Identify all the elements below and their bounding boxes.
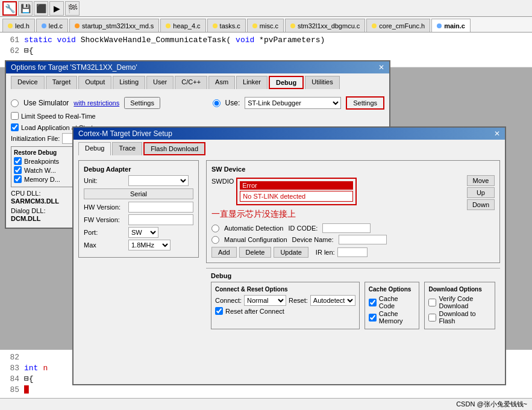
tab-heap[interactable]: heap_4.c	[160, 19, 205, 32]
hw-version-input[interactable]	[128, 202, 193, 213]
ir-len-input[interactable]	[337, 247, 368, 257]
toolbar-btn-4[interactable]: ▶	[49, 1, 64, 16]
tab-main[interactable]: main.c	[431, 19, 471, 32]
tab-misc[interactable]: misc.c	[247, 19, 284, 32]
opt-tab-target[interactable]: Target	[46, 76, 78, 89]
status-bar: CSDN @张小兔爱钱钱~	[0, 398, 532, 410]
manual-config-radio[interactable]	[211, 236, 219, 244]
line-62-num: 62	[5, 46, 19, 57]
tab-dbgmcu[interactable]: stm32l1xx_dbgmcu.c	[285, 19, 365, 32]
tab-led-c[interactable]: led.c	[36, 19, 68, 32]
breakpoints-check[interactable]	[14, 157, 22, 165]
add-btn[interactable]: Add	[211, 247, 237, 258]
opt-tab-linker[interactable]: Linker	[236, 76, 268, 89]
line-61-num: 61	[5, 35, 19, 46]
opt-tab-cpp[interactable]: C/C++	[175, 76, 207, 89]
ctab-flash[interactable]: Flash Download	[143, 142, 205, 155]
dialog-dll-label: Dialog DLL:	[11, 207, 45, 214]
cortex-dialog: Cortex-M Target Driver Setup ✕ Debug Tra…	[72, 126, 506, 385]
memory-check[interactable]	[14, 175, 22, 183]
toolbar-btn-5[interactable]: 🏁	[65, 1, 80, 16]
down-btn[interactable]: Down	[467, 199, 495, 210]
reset-label: Reset:	[289, 297, 308, 304]
load-app-check[interactable]	[11, 123, 19, 131]
reset-select[interactable]: Autodetect	[310, 295, 355, 306]
verify-code-check[interactable]	[428, 299, 436, 306]
device-name-label: Device Name:	[292, 236, 334, 243]
reset-after-connect-check[interactable]	[215, 307, 223, 315]
swdio-row: SWDIO Error No ST-LINK detected	[211, 178, 462, 205]
connect-select[interactable]: Normal	[244, 295, 286, 306]
options-dialog-title: Options for Target 'STM32L1XX_Demo' ✕	[6, 61, 389, 73]
download-options-title: Download Options	[428, 286, 491, 293]
options-tabs: Device Target Output Listing User C/C++ …	[6, 73, 389, 89]
unit-select[interactable]	[128, 175, 189, 186]
cpu-dll-value: SARMCM3.DLL	[11, 197, 59, 205]
watch-check[interactable]	[14, 166, 22, 174]
tabs-bar: led.h led.c startup_stm32l1xx_md.s heap_…	[0, 17, 532, 33]
opt-tab-listing[interactable]: Listing	[113, 76, 145, 89]
cache-code-label: Cache Code	[379, 295, 416, 309]
toolbar-btn-2[interactable]: 💾	[18, 1, 33, 16]
ir-len-label: IR len:	[316, 249, 335, 256]
opt-tab-asm[interactable]: Asm	[208, 76, 235, 89]
fw-version-input[interactable]	[128, 214, 193, 225]
left-panel: Debug Adapter Unit: Serial HW Version: F…	[78, 160, 199, 367]
fw-version-label: FW Version:	[84, 216, 126, 223]
restrictions-link[interactable]: with restrictions	[74, 99, 119, 107]
opt-tab-device[interactable]: Device	[11, 76, 45, 89]
cache-memory-label: Cache Memory	[379, 310, 416, 325]
max-select[interactable]: 1.8MHz	[128, 240, 171, 250]
manual-config-row: Manual Configuration Device Name:	[211, 235, 462, 244]
opt-tab-debug[interactable]: Debug	[269, 76, 304, 89]
options-close-btn[interactable]: ✕	[378, 63, 384, 72]
debug-adapter-box: Debug Adapter Unit: Serial HW Version: F…	[78, 160, 199, 258]
use-radio[interactable]	[213, 99, 221, 107]
cache-memory-check[interactable]	[369, 314, 377, 321]
simulator-radio[interactable]	[11, 99, 19, 107]
memory-label: Memory D...	[24, 176, 60, 183]
toolbar-btn-3[interactable]: ⬛	[34, 1, 48, 16]
limit-speed-check[interactable]	[11, 112, 19, 120]
port-select[interactable]: SW	[128, 227, 158, 238]
auto-detect-label: Automatic Detection	[224, 225, 283, 232]
tab-core[interactable]: core_cmFunc.h	[366, 19, 430, 32]
move-btn[interactable]: Move	[467, 175, 495, 186]
settings-btn-right[interactable]: Settings	[346, 96, 384, 110]
tab-led-h[interactable]: led.h	[2, 19, 35, 32]
bottom-panels: Connect & Reset Options Connect: Normal …	[211, 282, 495, 329]
cortex-close-btn[interactable]: ✕	[494, 129, 500, 138]
tab-tasks[interactable]: tasks.c	[207, 19, 246, 32]
reset-after-connect-row: Reset after Connect	[215, 307, 355, 315]
verify-code-row: Verify Code Download	[428, 295, 491, 309]
reset-after-connect-label: Reset after Connect	[225, 308, 284, 315]
update-btn[interactable]: Update	[274, 247, 308, 258]
opt-tab-utilities[interactable]: Utilities	[305, 76, 339, 89]
download-flash-check[interactable]	[428, 314, 436, 321]
sw-device-box: SW Device SWDIO Error No ST-LINK detecte…	[206, 160, 500, 263]
ctab-trace[interactable]: Trace	[112, 142, 142, 155]
unit-label: Unit:	[84, 177, 126, 184]
opt-tab-output[interactable]: Output	[78, 76, 111, 89]
device-name-input[interactable]	[339, 235, 387, 244]
id-code-input[interactable]	[322, 223, 371, 233]
opt-tab-user[interactable]: User	[146, 76, 174, 89]
up-btn[interactable]: Up	[467, 187, 495, 198]
tab-startup[interactable]: startup_stm32l1xx_md.s	[69, 19, 159, 32]
download-flash-label: Download to Flash	[439, 310, 491, 325]
toolbar-btn-1[interactable]: 🔧	[2, 1, 17, 16]
ctab-debug[interactable]: Debug	[78, 142, 111, 155]
download-flash-row: Download to Flash	[428, 310, 491, 325]
dialog-dll-value: DCM.DLL	[11, 215, 41, 222]
cache-memory-row: Cache Memory	[369, 310, 416, 325]
debug-adapter-title: Debug Adapter	[84, 166, 193, 173]
cortex-tabs: Debug Trace Flash Download	[74, 140, 505, 155]
delete-btn[interactable]: Delete	[239, 247, 272, 258]
debugger-select[interactable]: ST-Link Debugger	[245, 97, 341, 109]
cache-options-box: Cache Options Cache Code Cache Memory	[365, 282, 420, 329]
auto-detect-radio[interactable]	[211, 225, 219, 232]
action-buttons: Add Delete Update IR len:	[211, 247, 462, 258]
simulator-label: Use Simulator	[23, 99, 69, 107]
settings-btn-left[interactable]: Settings	[124, 97, 160, 109]
cache-code-check[interactable]	[369, 299, 377, 306]
